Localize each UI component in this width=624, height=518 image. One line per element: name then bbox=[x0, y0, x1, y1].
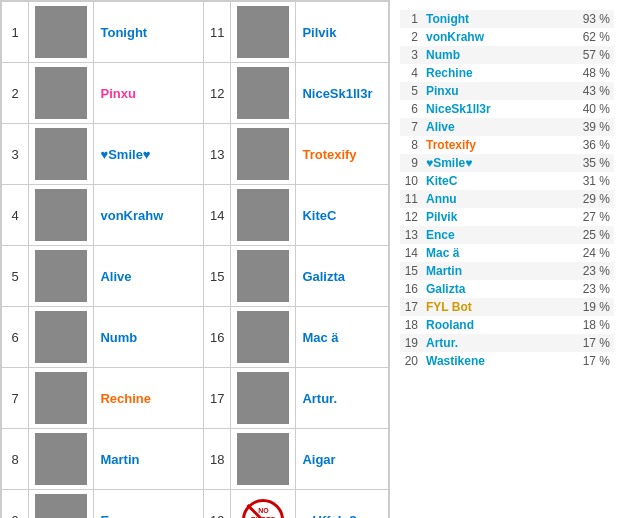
right-player-name[interactable]: NiceSk1ll3r bbox=[422, 100, 551, 118]
right-percentage: 35 % bbox=[551, 154, 614, 172]
player-name[interactable]: wUffeL ? bbox=[296, 490, 389, 519]
right-player-name[interactable]: KiteC bbox=[422, 172, 551, 190]
player-name[interactable]: NiceSk1ll3r bbox=[296, 63, 389, 124]
player-name[interactable]: Martin bbox=[94, 429, 203, 490]
right-rank-number: 12 bbox=[400, 208, 422, 226]
right-player-name[interactable]: Tonight bbox=[422, 10, 551, 28]
right-player-name[interactable]: Martin bbox=[422, 262, 551, 280]
right-table-row: 16Galizta23 % bbox=[400, 280, 614, 298]
right-player-name[interactable]: Mac ä bbox=[422, 244, 551, 262]
right-table-row: 7Alive39 % bbox=[400, 118, 614, 136]
rank-number: 4 bbox=[2, 185, 29, 246]
player-name[interactable]: Galizta bbox=[296, 246, 389, 307]
right-player-name[interactable]: Numb bbox=[422, 46, 551, 64]
rank-number: 1 bbox=[2, 2, 29, 63]
player-name[interactable]: Pilvik bbox=[296, 2, 389, 63]
right-table-row: 5Pinxu43 % bbox=[400, 82, 614, 100]
right-player-name[interactable]: FYL Bot bbox=[422, 298, 551, 316]
right-table-row: 3Numb57 % bbox=[400, 46, 614, 64]
right-table-row: 9♥Smile♥35 % bbox=[400, 154, 614, 172]
table-row: 8Martin18Aigar bbox=[2, 429, 389, 490]
right-percentage: 39 % bbox=[551, 118, 614, 136]
table-row: 9Ence19NO PHOTO AVAILABLEwUffeL ? bbox=[2, 490, 389, 519]
left-ranking-table: 1Tonight11Pilvik2Pinxu12NiceSk1ll3r3♥Smi… bbox=[0, 0, 390, 518]
right-player-name[interactable]: Wastikene bbox=[422, 352, 551, 370]
table-row: 2Pinxu12NiceSk1ll3r bbox=[2, 63, 389, 124]
right-table-row: 17FYL Bot19 % bbox=[400, 298, 614, 316]
avatar-cell bbox=[29, 490, 94, 519]
right-player-name[interactable]: Pilvik bbox=[422, 208, 551, 226]
player-name[interactable]: Ence bbox=[94, 490, 203, 519]
right-percentage: 27 % bbox=[551, 208, 614, 226]
avatar-cell bbox=[29, 368, 94, 429]
player-name[interactable]: Alive bbox=[94, 246, 203, 307]
table-row: 5Alive15Galizta bbox=[2, 246, 389, 307]
right-percentage: 17 % bbox=[551, 334, 614, 352]
right-percentage: 31 % bbox=[551, 172, 614, 190]
rank-number: 6 bbox=[2, 307, 29, 368]
player-name[interactable]: Tonight bbox=[94, 2, 203, 63]
player-name[interactable]: Artur. bbox=[296, 368, 389, 429]
avatar-cell bbox=[231, 307, 296, 368]
avatar-cell bbox=[231, 124, 296, 185]
player-name[interactable]: Aigar bbox=[296, 429, 389, 490]
player-name[interactable]: vonKrahw bbox=[94, 185, 203, 246]
avatar-cell bbox=[231, 2, 296, 63]
right-table-row: 6NiceSk1ll3r40 % bbox=[400, 100, 614, 118]
right-rank-number: 14 bbox=[400, 244, 422, 262]
player-name[interactable]: Mac ä bbox=[296, 307, 389, 368]
right-rank-number: 1 bbox=[400, 10, 422, 28]
right-rank-number: 16 bbox=[400, 280, 422, 298]
player-name[interactable]: Rechine bbox=[94, 368, 203, 429]
avatar-cell bbox=[231, 246, 296, 307]
table-row: 3♥Smile♥13Trotexify bbox=[2, 124, 389, 185]
player-name[interactable]: ♥Smile♥ bbox=[94, 124, 203, 185]
avatar-cell bbox=[29, 429, 94, 490]
player-name[interactable]: Pinxu bbox=[94, 63, 203, 124]
table-row: 1Tonight11Pilvik bbox=[2, 2, 389, 63]
right-rank-number: 10 bbox=[400, 172, 422, 190]
right-player-name[interactable]: Ence bbox=[422, 226, 551, 244]
right-table-row: 14Mac ä24 % bbox=[400, 244, 614, 262]
right-player-name[interactable]: Annu bbox=[422, 190, 551, 208]
player-name[interactable]: Trotexify bbox=[296, 124, 389, 185]
avatar-cell bbox=[29, 63, 94, 124]
right-player-name[interactable]: Pinxu bbox=[422, 82, 551, 100]
right-player-name[interactable]: Galizta bbox=[422, 280, 551, 298]
right-player-name[interactable]: Rechine bbox=[422, 64, 551, 82]
right-player-name[interactable]: Artur. bbox=[422, 334, 551, 352]
rank-number: 5 bbox=[2, 246, 29, 307]
right-table-row: 4Rechine48 % bbox=[400, 64, 614, 82]
right-percentage: 93 % bbox=[551, 10, 614, 28]
right-player-name[interactable]: ♥Smile♥ bbox=[422, 154, 551, 172]
right-section: 1Tonight93 %2vonKrahw62 %3Numb57 %4Rechi… bbox=[390, 0, 624, 518]
right-table-row: 10KiteC31 % bbox=[400, 172, 614, 190]
right-percentage: 23 % bbox=[551, 262, 614, 280]
right-player-name[interactable]: Alive bbox=[422, 118, 551, 136]
avatar-cell bbox=[231, 63, 296, 124]
right-percentage: 48 % bbox=[551, 64, 614, 82]
right-rank-number: 9 bbox=[400, 154, 422, 172]
rank-number: 19 bbox=[203, 490, 230, 519]
avatar-cell bbox=[29, 307, 94, 368]
right-table-row: 8Trotexify36 % bbox=[400, 136, 614, 154]
player-name[interactable]: Numb bbox=[94, 307, 203, 368]
right-player-name[interactable]: vonKrahw bbox=[422, 28, 551, 46]
avatar-cell bbox=[29, 246, 94, 307]
player-name[interactable]: KiteC bbox=[296, 185, 389, 246]
rank-number: 14 bbox=[203, 185, 230, 246]
right-percentage: 17 % bbox=[551, 352, 614, 370]
right-table-row: 2vonKrahw62 % bbox=[400, 28, 614, 46]
avatar-cell bbox=[231, 368, 296, 429]
table-row: 4vonKrahw14KiteC bbox=[2, 185, 389, 246]
table-row: 6Numb16Mac ä bbox=[2, 307, 389, 368]
right-player-name[interactable]: Rooland bbox=[422, 316, 551, 334]
right-rank-number: 5 bbox=[400, 82, 422, 100]
right-table-row: 11Annu29 % bbox=[400, 190, 614, 208]
avatar-cell bbox=[231, 185, 296, 246]
right-player-name[interactable]: Trotexify bbox=[422, 136, 551, 154]
avatar-cell bbox=[29, 2, 94, 63]
avatar-cell: NO PHOTO AVAILABLE bbox=[231, 490, 296, 519]
right-rank-number: 7 bbox=[400, 118, 422, 136]
right-percentage: 36 % bbox=[551, 136, 614, 154]
